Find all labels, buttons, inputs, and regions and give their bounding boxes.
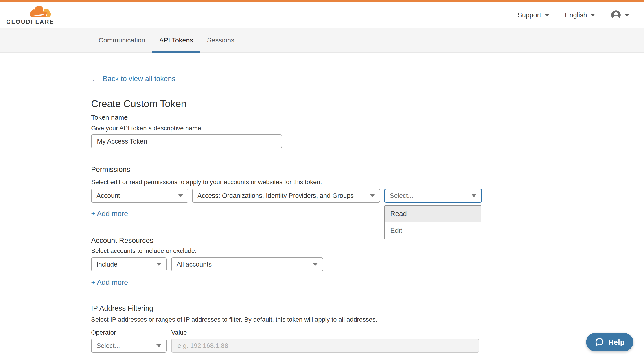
value-label: Value: [171, 329, 187, 336]
permission-level-dropdown-menu: Read Edit: [384, 205, 481, 239]
operator-label: Operator: [91, 329, 171, 336]
chevron-down-icon: [156, 344, 161, 347]
chevron-down-icon: [313, 263, 318, 266]
chevron-down-icon: [178, 194, 183, 197]
account-resources-description: Select accounts to include or exclude.: [91, 247, 644, 255]
ip-filtering-row: Select...: [91, 339, 644, 352]
permissions-description: Select edit or read permissions to apply…: [91, 178, 644, 186]
back-link-label: Back to view all tokens: [103, 74, 176, 83]
permission-scope-value: Account: [96, 192, 120, 199]
ip-filtering-heading: IP Address Filtering: [91, 304, 644, 313]
permission-resource-value: Access: Organizations, Identity Provider…: [198, 192, 354, 199]
tab-api-tokens[interactable]: API Tokens: [152, 28, 200, 52]
account-list-select[interactable]: All accounts: [171, 257, 323, 271]
chat-bubble-icon: [595, 337, 604, 347]
chevron-down-icon: [472, 194, 476, 197]
tab-label: Sessions: [207, 36, 234, 44]
permissions-heading: Permissions: [91, 165, 644, 174]
dropdown-option-edit[interactable]: Edit: [385, 222, 481, 239]
header-right: Support English: [518, 10, 629, 20]
option-label: Edit: [390, 227, 402, 235]
tab-sessions[interactable]: Sessions: [200, 28, 242, 52]
language-menu[interactable]: English: [565, 11, 595, 19]
cloudflare-cloud-icon: [28, 5, 52, 18]
language-label: English: [565, 11, 587, 19]
tab-bar: Communication API Tokens Sessions: [0, 28, 644, 53]
tab-label: API Tokens: [159, 36, 193, 44]
permissions-select-row: Account Access: Organizations, Identity …: [91, 189, 644, 203]
account-resources-select-row: Include All accounts: [91, 257, 644, 271]
permission-level-select-wrap: Select... Read Edit: [384, 189, 482, 203]
token-name-description: Give your API token a descriptive name.: [91, 124, 644, 132]
permission-scope-select[interactable]: Account: [91, 189, 188, 203]
tab-label: Communication: [98, 36, 145, 44]
support-menu[interactable]: Support: [518, 11, 549, 19]
token-name-input[interactable]: [91, 134, 282, 148]
ip-value-input[interactable]: [171, 339, 479, 352]
chevron-down-icon: [370, 194, 375, 197]
token-name-heading: Token name: [91, 113, 644, 122]
chevron-down-icon: [590, 14, 595, 17]
account-list-value: All accounts: [176, 261, 212, 268]
left-arrow-icon: ←: [91, 74, 100, 83]
account-resources-add-more-link[interactable]: + Add more: [91, 278, 128, 287]
account-menu[interactable]: [611, 10, 629, 20]
main-content: ← Back to view all tokens Create Custom …: [0, 53, 644, 352]
dropdown-option-read[interactable]: Read: [385, 206, 481, 222]
back-to-tokens-link[interactable]: ← Back to view all tokens: [91, 74, 176, 83]
account-mode-select[interactable]: Include: [91, 257, 167, 271]
page-title: Create Custom Token: [91, 98, 644, 110]
ip-filtering-description: Select IP addresses or ranges of IP addr…: [91, 316, 644, 323]
permissions-add-more-link[interactable]: + Add more: [91, 209, 128, 218]
account-mode-value: Include: [96, 261, 118, 268]
option-label: Read: [390, 210, 407, 218]
chevron-down-icon: [156, 263, 161, 266]
brand-top-bar: [0, 0, 644, 2]
header: CLOUDFLARE Support English: [0, 2, 644, 28]
permission-level-value: Select...: [390, 192, 413, 199]
permission-level-select[interactable]: Select...: [384, 189, 482, 203]
chevron-down-icon: [545, 14, 549, 17]
chevron-down-icon: [625, 14, 629, 17]
ip-operator-value: Select...: [96, 342, 120, 349]
avatar-icon: [611, 10, 621, 20]
help-button-label: Help: [608, 338, 625, 346]
support-label: Support: [518, 11, 541, 19]
logo-text: CLOUDFLARE: [6, 19, 54, 25]
ip-filtering-labels: Operator Value: [91, 329, 644, 336]
help-button[interactable]: Help: [586, 333, 633, 351]
tab-communication[interactable]: Communication: [92, 28, 152, 52]
permission-resource-select[interactable]: Access: Organizations, Identity Provider…: [192, 189, 380, 203]
cloudflare-logo[interactable]: CLOUDFLARE: [6, 5, 54, 25]
account-resources-heading: Account Resources: [91, 236, 644, 245]
ip-operator-select[interactable]: Select...: [91, 339, 167, 352]
